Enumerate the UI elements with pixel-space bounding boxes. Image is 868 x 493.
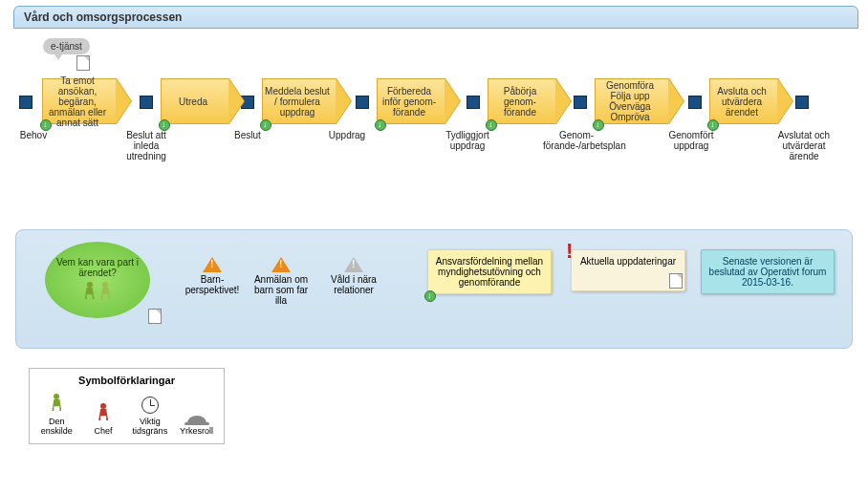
oval-text: Vem kan vara part i ärendet? [49, 257, 146, 278]
process-step[interactable]: Förbereda inför genom-förande [377, 78, 445, 124]
warning-icon [344, 257, 363, 272]
gate-square [140, 96, 153, 109]
speech-label: e-tjänst [51, 41, 82, 52]
document-icon[interactable] [76, 55, 90, 71]
document-icon[interactable] [669, 273, 683, 289]
person-icon [98, 403, 108, 424]
gate-square [574, 96, 587, 109]
process-step[interactable]: Genomföra Följa upp Överväga Ompröva [595, 78, 669, 124]
info-item[interactable]: Barn-perspektivet! [179, 257, 246, 295]
role-hat-icon [187, 416, 206, 423]
gate-square [688, 96, 702, 109]
legend-title: Symbolförklaringar [33, 375, 220, 386]
person-icon [52, 394, 61, 415]
page-title-bar: Vård och omsorgsprocessen [13, 6, 858, 29]
page-title: Vård och omsorgsprocessen [24, 11, 182, 24]
process-step[interactable]: Ta emot ansökan, begäran, anmälan eller … [42, 78, 117, 124]
info-item[interactable]: Anmälan om barn som far illa [248, 257, 315, 306]
expand-icon[interactable] [424, 290, 436, 302]
process-step[interactable]: Avsluta och utvärdera ärendet [709, 78, 778, 124]
gate-label: Tydliggjort uppdrag [434, 130, 501, 151]
process-flow: e-tjänst Ta emot ansökan, begäran, anmäl… [0, 38, 868, 210]
legend-item: Viktig tidsgräns [127, 397, 173, 436]
gate-label: Uppdrag [314, 130, 380, 140]
warning-icon [203, 257, 222, 272]
person-icon [85, 282, 95, 301]
gate-label: Genomfört uppdrag [658, 130, 725, 151]
legend-item: Chef [80, 403, 126, 436]
etjanst-speech-bubble[interactable]: e-tjänst [43, 38, 90, 54]
process-step[interactable]: Påbörja genom-förande [488, 78, 556, 124]
info-item[interactable]: Våld i nära relationer [320, 257, 387, 295]
process-step[interactable]: Meddela beslut / formulera uppdrag [262, 78, 336, 124]
legend-item: Yrkesroll [174, 408, 220, 436]
gate-label: Genom-förande-/arbetsplan [543, 130, 610, 151]
person-icon [100, 282, 110, 301]
clock-icon [141, 397, 159, 414]
gate-square [356, 96, 369, 109]
gate-label: Beslut att inleda utredning [113, 130, 180, 161]
exclamation-icon: ! [566, 239, 573, 264]
sticky-note[interactable]: ! Aktuella uppdateringar [571, 249, 685, 291]
gate-end [795, 96, 809, 109]
part-oval[interactable]: Vem kan vara part i ärendet? [45, 242, 150, 318]
warning-icon [271, 257, 291, 272]
gate-label: Avslutat och utvärderat ärende [770, 130, 837, 161]
gate-start [19, 96, 33, 109]
document-icon[interactable] [148, 309, 162, 324]
info-panel: Vem kan vara part i ärendet? Barn-perspe… [15, 229, 853, 349]
gate-label: Behov [0, 130, 67, 140]
gate-square [467, 96, 480, 109]
gate-label: Beslut [214, 130, 281, 140]
sticky-note[interactable]: Ansvarsfördelning mellan myndighetsutövn… [427, 249, 552, 294]
process-step[interactable]: Utreda [161, 78, 229, 124]
legend-box: Symbolförklaringar Den enskilde Chef Vik… [29, 368, 225, 444]
legend-item: Den enskilde [33, 394, 79, 436]
sticky-note[interactable]: Senaste versionen är beslutad av Operati… [701, 249, 835, 294]
